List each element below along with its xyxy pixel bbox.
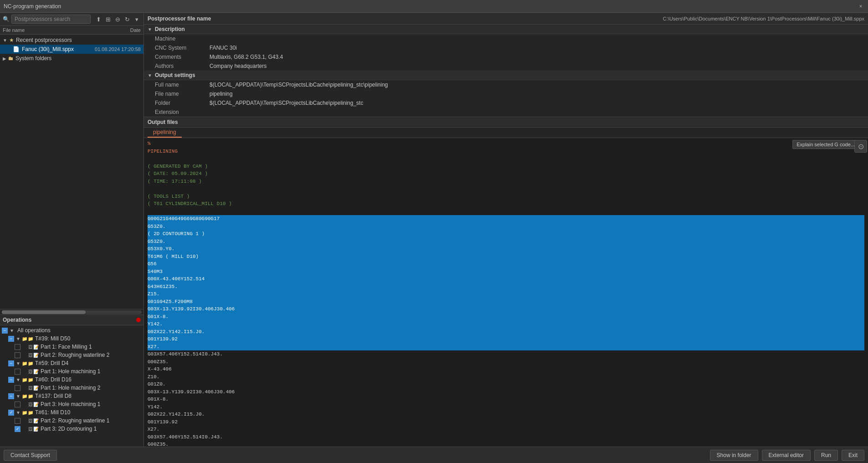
op-checkbox-7[interactable] (15, 385, 20, 391)
op-item-2[interactable]: 🖼📝Part 1: Face Milling 1 (0, 343, 143, 351)
op-icon-5-0: 🖼 (28, 369, 33, 374)
op-label-1: T#39: Mill D50 (35, 335, 70, 342)
code-line-3: ( GENERATED BY CAM ) (148, 163, 864, 170)
output-tabs: pipelining (144, 128, 868, 138)
op-item-9[interactable]: 🖼📝Part 3: Hole machining 1 (0, 400, 143, 408)
op-icon-10-0: 📁 (22, 410, 27, 415)
op-icon-11-0: 🖼 (28, 418, 33, 423)
file-tree: ▼ ★ Recent postprocessors 📄 Fanuc (30i)_… (0, 35, 143, 309)
outsettings-label-3: Extension (155, 109, 209, 115)
op-icon-2-0: 🖼 (28, 345, 33, 350)
op-icon-9-0: 🖼 (28, 402, 33, 407)
op-item-10[interactable]: ▼📁📁T#61: Mill D10 (0, 408, 143, 417)
code-line-8: ( T61 CYLINDRICAL_MILL D10 ) (148, 200, 864, 208)
code-line-32: G01Z0. (148, 381, 864, 388)
op-label-7: Part 1: Hole machining 2 (41, 385, 100, 391)
desc-label-0: Machine (155, 36, 209, 42)
op-item-1[interactable]: ▼📁📁T#39: Mill D50 (0, 334, 143, 343)
op-icon-9-1: 📝 (33, 402, 39, 407)
code-line-14: G53X0.Y0. (148, 245, 864, 253)
op-checkbox-4[interactable] (8, 360, 14, 366)
op-item-5[interactable]: 🖼📝Part 1: Hole machining 1 (0, 367, 143, 376)
op-checkbox-2[interactable] (15, 344, 20, 350)
op-label-12: Part 3: 2D contouring 1 (41, 426, 97, 432)
info-area: ▼ Description MachineCNC SystemFANUC 30i… (144, 25, 868, 117)
op-item-7[interactable]: 🖼📝Part 1: Hole machining 2 (0, 384, 143, 392)
dropdown-icon[interactable]: ▾ (133, 15, 141, 23)
show-in-folder-button[interactable]: Show in folder (710, 450, 758, 461)
op-item-3[interactable]: 🖼📝Part 2: Roughing waterline 2 (0, 351, 143, 359)
recent-section-header[interactable]: ▼ ★ Recent postprocessors (0, 36, 143, 45)
op-checkbox-6[interactable] (8, 377, 14, 383)
search-icon: 🔍 (3, 16, 10, 22)
op-checkbox-5[interactable] (15, 369, 20, 375)
refresh-icon[interactable]: ↻ (123, 15, 131, 23)
code-content[interactable]: %PIPELINING ( GENERATED BY CAM )( DATE: … (144, 138, 868, 447)
description-header[interactable]: ▼ Description (144, 25, 868, 34)
desc-row-0: Machine (144, 34, 868, 43)
output-tab-0[interactable]: pipelining (148, 128, 182, 138)
output-settings-rows: Full name$(LOCAL_APPDATA)\Temp\SCProject… (144, 80, 868, 117)
op-icon-6-0: 📁 (22, 377, 27, 382)
hscroll-thumb[interactable] (2, 310, 86, 314)
search-input[interactable] (11, 15, 91, 24)
op-checkbox-3[interactable] (15, 352, 20, 358)
op-icon-12-1: 📝 (33, 427, 39, 432)
outsettings-row-0: Full name$(LOCAL_APPDATA)\Temp\SCProject… (144, 80, 868, 89)
col-date-header: Date (86, 27, 141, 33)
code-line-18: G00X-43.406Y152.514 (148, 275, 864, 283)
ai-icon-button[interactable]: ⊙ (854, 140, 867, 153)
op-item-6[interactable]: ▼📁📁T#60: Drill D16 (0, 376, 143, 384)
output-settings-title: Output settings (155, 72, 195, 78)
op-checkbox-0[interactable] (2, 328, 8, 334)
contact-support-button[interactable]: Contact Support (4, 450, 57, 461)
exit-button[interactable]: Exit (842, 450, 864, 461)
op-checkbox-1[interactable] (8, 336, 14, 342)
upload-icon[interactable]: ⬆ (94, 15, 102, 23)
external-editor-button[interactable]: External editor (762, 450, 811, 461)
op-icon-4-0: 📁 (22, 361, 27, 366)
op-icon-12-0: 🖼 (28, 427, 33, 432)
op-checkbox-8[interactable] (8, 393, 14, 399)
code-line-34: G01X-8. (148, 396, 864, 403)
desc-value-1: FANUC 30i (209, 45, 857, 51)
op-icon-6-1: 📁 (28, 377, 33, 382)
output-settings-header[interactable]: ▼ Output settings (144, 71, 868, 80)
explain-button[interactable]: Explain selected G code... (792, 140, 859, 149)
description-title: Description (155, 26, 185, 32)
op-arrow-1: ▼ (16, 336, 20, 341)
op-item-8[interactable]: ▼📁📁T#137: Drill D8 (0, 392, 143, 400)
recent-file-item[interactable]: 📄 Fanuc (30i)_Mill.sppx 01.08.2024 17:20… (0, 45, 143, 54)
code-line-36: G02X22.Y142.I15.J0. (148, 411, 864, 418)
op-icon-8-1: 📁 (28, 394, 33, 399)
system-folders-section[interactable]: ▶ 🖿 System folders (0, 54, 143, 63)
remove-icon[interactable]: ⊖ (113, 15, 122, 23)
run-button[interactable]: Run (814, 450, 838, 461)
recent-folder-icon: ★ (9, 37, 14, 43)
desc-value-2: Multiaxis, G68.2 G53.1, G43.4 (209, 54, 857, 60)
op-checkbox-11[interactable] (15, 418, 20, 424)
system-folder-icon: 🖿 (8, 55, 14, 62)
op-icon-10-1: 📁 (28, 410, 33, 415)
code-line-0: % (148, 140, 864, 148)
code-line-28: G03X57.406Y152.514I0.J43. (148, 350, 864, 358)
right-panel: Postprocessor file name C:\Users\Public\… (144, 13, 868, 447)
hscroll-area[interactable] (0, 309, 143, 314)
op-item-12[interactable]: 🖼📝Part 3: 2D contouring 1 (0, 425, 143, 433)
description-arrow: ▼ (148, 27, 152, 32)
close-icon[interactable]: × (857, 3, 864, 10)
op-item-4[interactable]: ▼📁📁T#59: Drill D4 (0, 359, 143, 367)
desc-value-3: Company headquarters (209, 63, 857, 69)
code-line-25: G02X22.Y142.I15.J0. (148, 328, 864, 336)
op-icon-1-1: 📁 (28, 336, 33, 341)
hscroll-track[interactable] (2, 310, 142, 314)
op-checkbox-10[interactable] (8, 410, 14, 416)
op-checkbox-9[interactable] (15, 401, 20, 407)
op-checkbox-12[interactable] (15, 426, 20, 432)
op-item-0[interactable]: ▼All operations (0, 326, 143, 334)
ops-indicator (136, 318, 141, 322)
grid-icon[interactable]: ⊞ (104, 15, 112, 23)
op-item-11[interactable]: 🖼📝Part 2: Roughing waterline 1 (0, 417, 143, 425)
code-line-7: ( TOOLS LIST ) (148, 193, 864, 201)
title-bar-text: NC-program generation (4, 3, 61, 10)
